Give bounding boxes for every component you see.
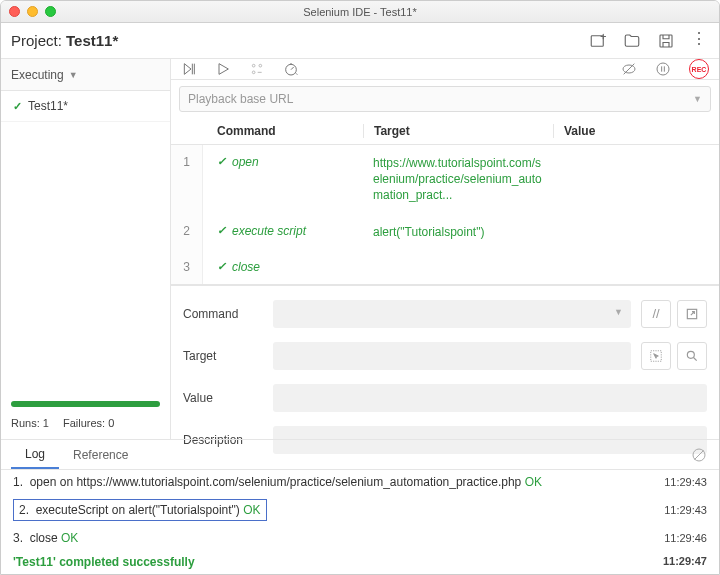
run-current-icon[interactable] <box>215 61 231 77</box>
row-index: 2 <box>171 214 203 250</box>
editor-command-label: Command <box>183 307 263 321</box>
open-new-window-button[interactable] <box>677 300 707 328</box>
command-name: execute script <box>232 224 306 240</box>
log-text: 2. executeScript on alert("Tutorialspoin… <box>13 499 267 521</box>
editor-target-input[interactable] <box>273 342 631 370</box>
command-table-header: Command Target Value <box>171 118 719 145</box>
svg-rect-0 <box>591 35 603 46</box>
test-item-name: Test11* <box>28 99 68 113</box>
log-panel: 1. open on https://www.tutorialspoint.co… <box>1 470 719 550</box>
log-time: 11:29:43 <box>664 504 707 516</box>
log-text: 1. open on https://www.tutorialspoint.co… <box>13 475 542 489</box>
command-row[interactable]: 2 ✓execute script alert("Tutorialspoint"… <box>171 214 719 250</box>
log-row: 2. executeScript on alert("Tutorialspoin… <box>1 494 719 526</box>
command-name: close <box>232 260 260 274</box>
base-url-input[interactable]: Playback base URL ▼ <box>179 86 711 112</box>
chevron-down-icon: ▼ <box>614 307 623 317</box>
save-project-icon[interactable] <box>657 32 675 50</box>
command-target: alert("Tutorialspoint") <box>363 214 553 250</box>
failures-count: 0 <box>108 417 114 429</box>
more-menu-icon[interactable]: ⋮ <box>691 32 709 50</box>
pause-on-exception-icon[interactable] <box>655 61 671 77</box>
header-command: Command <box>203 124 363 138</box>
command-row[interactable]: 3 ✓close <box>171 250 719 284</box>
find-target-button[interactable] <box>677 342 707 370</box>
log-row: 1. open on https://www.tutorialspoint.co… <box>1 470 719 494</box>
titlebar: Selenium IDE - Test11* <box>1 1 719 23</box>
runs-label: Runs: <box>11 417 40 429</box>
row-index: 1 <box>171 145 203 214</box>
command-editor: Command ▼ // Target Value <box>171 285 719 464</box>
editor-target-label: Target <box>183 349 263 363</box>
tab-log[interactable]: Log <box>11 440 59 469</box>
svg-point-4 <box>252 71 255 74</box>
base-url-placeholder: Playback base URL <box>188 92 293 106</box>
check-icon: ✓ <box>217 224 226 240</box>
log-time: 11:29:43 <box>664 476 707 488</box>
disable-breakpoints-icon[interactable] <box>621 61 637 77</box>
toolbar: REC <box>171 59 719 80</box>
check-icon: ✓ <box>217 155 226 204</box>
speed-icon[interactable] <box>283 61 299 77</box>
run-all-icon[interactable] <box>181 61 197 77</box>
header-value: Value <box>553 124 719 138</box>
new-project-icon[interactable] <box>589 32 607 50</box>
command-target <box>363 250 553 284</box>
runs-count: 1 <box>43 417 49 429</box>
test-mode-dropdown[interactable]: Executing ▼ <box>1 59 170 91</box>
footer: Log Reference 1. open on https://www.tut… <box>1 439 719 574</box>
chevron-down-icon: ▼ <box>693 94 702 104</box>
project-bar: Project: Test11* ⋮ <box>1 23 719 59</box>
run-stats: Runs: 1 Failures: 0 <box>1 417 170 439</box>
chevron-down-icon: ▼ <box>69 70 78 80</box>
window-title: Selenium IDE - Test11* <box>1 6 719 18</box>
command-target: https://www.tutorialspoint.com/selenium/… <box>363 145 553 214</box>
record-button[interactable]: REC <box>689 59 709 79</box>
log-final-row: 'Test11' completed successfully 11:29:47 <box>1 550 719 574</box>
editor-command-input[interactable]: ▼ <box>273 300 631 328</box>
project-label: Project: <box>11 32 62 49</box>
test-mode-label: Executing <box>11 68 64 82</box>
select-target-button[interactable] <box>641 342 671 370</box>
check-icon: ✓ <box>13 100 22 113</box>
open-project-icon[interactable] <box>623 32 641 50</box>
row-index: 3 <box>171 250 203 284</box>
clear-log-icon[interactable] <box>691 447 707 463</box>
log-final-time: 11:29:47 <box>663 555 707 569</box>
command-table: 1 ✓open https://www.tutorialspoint.com/s… <box>171 145 719 285</box>
project-name: Test11* <box>66 32 118 49</box>
toggle-comment-button[interactable]: // <box>641 300 671 328</box>
log-final-text: 'Test11' completed successfully <box>13 555 195 569</box>
command-row[interactable]: 1 ✓open https://www.tutorialspoint.com/s… <box>171 145 719 214</box>
svg-rect-1 <box>660 35 672 47</box>
editor-value-label: Value <box>183 391 263 405</box>
failures-label: Failures: <box>63 417 105 429</box>
progress-bar <box>11 401 160 407</box>
svg-point-7 <box>657 63 669 75</box>
step-icon[interactable] <box>249 61 265 77</box>
sidebar: Executing ▼ ✓ Test11* Runs: 1 Failures: … <box>1 59 171 439</box>
log-row: 3. close OK11:29:46 <box>1 526 719 550</box>
tab-reference[interactable]: Reference <box>59 440 142 469</box>
log-text: 3. close OK <box>13 531 78 545</box>
test-list-item[interactable]: ✓ Test11* <box>1 91 170 122</box>
editor-value-input[interactable] <box>273 384 707 412</box>
log-time: 11:29:46 <box>664 532 707 544</box>
svg-point-5 <box>286 64 297 75</box>
svg-point-2 <box>252 64 255 67</box>
svg-point-10 <box>687 351 694 358</box>
svg-point-3 <box>259 64 262 67</box>
check-icon: ✓ <box>217 260 226 274</box>
header-target: Target <box>363 124 553 138</box>
command-name: open <box>232 155 259 204</box>
